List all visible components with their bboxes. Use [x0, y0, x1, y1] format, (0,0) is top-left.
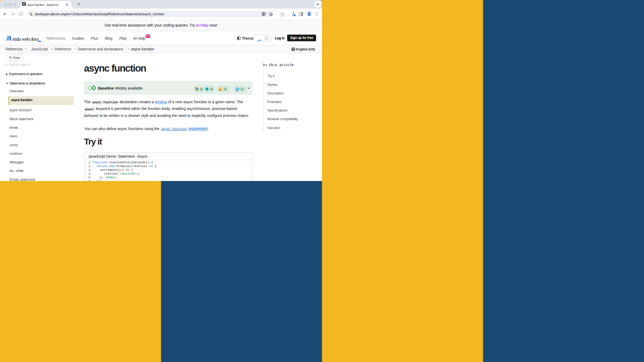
svg-text:mdn web docs: mdn web docs: [12, 36, 39, 42]
